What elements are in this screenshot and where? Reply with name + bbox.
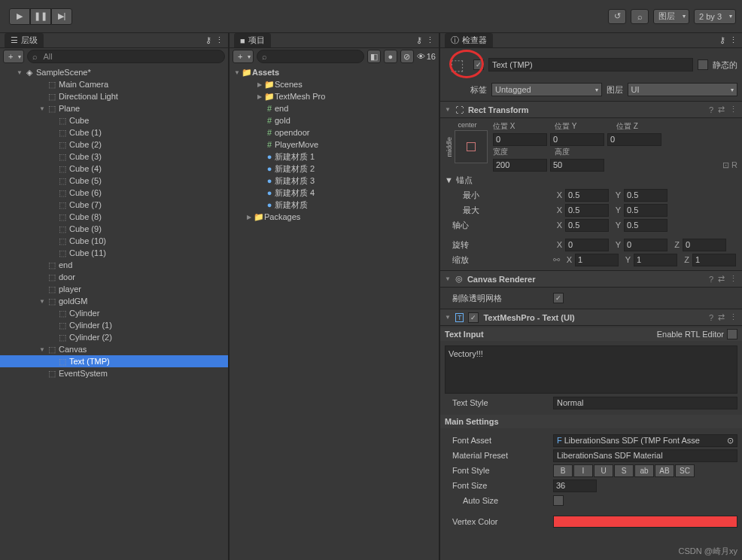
anchor-max-y[interactable] — [624, 204, 667, 217]
hierarchy-item[interactable]: ⬚Cube (1) — [0, 126, 228, 138]
fold-icon[interactable]: ▼ — [15, 69, 24, 76]
project-item[interactable]: #end — [230, 102, 439, 114]
vertex-color-swatch[interactable] — [553, 516, 737, 528]
hierarchy-item[interactable]: ⬚Cylinder (1) — [0, 319, 228, 331]
style-sc-button[interactable]: SC — [675, 464, 695, 477]
cull-checkbox[interactable]: ✓ — [553, 293, 564, 303]
lock-icon[interactable]: ⚷ — [205, 35, 211, 45]
pivot-y[interactable] — [624, 219, 667, 232]
project-item[interactable]: #gold — [230, 114, 439, 126]
style-ab-button[interactable]: ab — [634, 464, 654, 477]
layers-dropdown[interactable]: 图层 — [653, 9, 689, 24]
rot-y[interactable] — [624, 239, 667, 251]
link-icon[interactable]: ⚯ — [553, 255, 560, 265]
project-tab[interactable]: ■ 项目 — [234, 33, 271, 47]
pos-z-input[interactable] — [607, 133, 661, 146]
pivot-x[interactable] — [565, 219, 609, 232]
hierarchy-item[interactable]: ▼⬚Canvas — [0, 343, 228, 355]
menu-icon[interactable]: ⋮ — [729, 274, 737, 284]
hierarchy-item[interactable]: ⬚Text (TMP) — [0, 355, 228, 367]
help-icon[interactable]: ? — [709, 275, 713, 284]
auto-size-checkbox[interactable] — [553, 495, 564, 506]
create-dropdown[interactable]: + — [233, 50, 254, 63]
project-item[interactable]: ●新建材质 — [230, 199, 439, 211]
scale-x[interactable] — [575, 254, 619, 266]
fold-icon[interactable]: ▼ — [445, 106, 451, 113]
hierarchy-item[interactable]: ⬚Cube (8) — [0, 211, 228, 223]
filter-icon[interactable]: ◧ — [367, 50, 381, 63]
fold-icon[interactable]: ▼ — [445, 175, 453, 184]
hierarchy-search[interactable]: All — [27, 50, 225, 63]
style-u-button[interactable]: U — [594, 464, 613, 477]
hierarchy-item[interactable]: ⬚Cylinder (2) — [0, 331, 228, 343]
fold-icon[interactable]: ▶ — [255, 93, 264, 100]
fold-icon[interactable]: ▶ — [245, 214, 254, 221]
hierarchy-item[interactable]: ⬚Cube (10) — [0, 235, 228, 247]
active-checkbox[interactable]: ✓ — [473, 59, 484, 70]
fold-icon[interactable]: ▼ — [38, 105, 47, 112]
fold-icon[interactable]: ▼ — [445, 314, 451, 321]
anchor-max-x[interactable] — [565, 204, 609, 217]
project-item[interactable]: ●新建材质 2 — [230, 163, 439, 175]
project-search[interactable] — [257, 50, 363, 63]
static-checkbox[interactable] — [698, 59, 708, 70]
preset-icon[interactable]: ⇄ — [718, 312, 725, 322]
help-icon[interactable]: ? — [709, 105, 713, 114]
preset-icon[interactable]: ⇄ — [718, 274, 725, 284]
lock-icon[interactable]: ⚷ — [416, 35, 422, 45]
step-button[interactable]: ▶| — [51, 8, 72, 25]
gameobject-name-input[interactable] — [488, 58, 693, 72]
project-item[interactable]: ●新建材质 3 — [230, 175, 439, 187]
font-asset-field[interactable]: FLiberationSans SDF (TMP Font Asse⊙ — [553, 434, 737, 447]
hierarchy-item[interactable]: ⬚Cube (3) — [0, 151, 228, 163]
create-dropdown[interactable]: + — [3, 50, 24, 63]
project-item[interactable]: ▶📁TextMesh Pro — [230, 90, 439, 102]
anchor-preset-button[interactable] — [455, 130, 488, 163]
gameobject-icon[interactable]: ⬚ — [445, 53, 469, 77]
hierarchy-item[interactable]: ⬚end — [0, 259, 228, 271]
anchor-min-x[interactable] — [565, 189, 609, 202]
hierarchy-item[interactable]: ▼⬚goldGM — [0, 295, 228, 307]
hierarchy-item[interactable]: ⬚Cube — [0, 114, 228, 126]
tmp-enabled-checkbox[interactable]: ✓ — [468, 312, 479, 323]
layout-dropdown[interactable]: 2 by 3 — [694, 9, 736, 24]
search-button[interactable]: ⌕ — [631, 9, 649, 24]
rtl-checkbox[interactable] — [727, 329, 737, 339]
anchor-min-y[interactable] — [624, 189, 667, 202]
style-s-button[interactable]: S — [614, 464, 634, 477]
font-size-input[interactable] — [553, 479, 597, 492]
hierarchy-item[interactable]: ▼⬚Plane — [0, 102, 228, 114]
fold-icon[interactable]: ▶ — [255, 81, 264, 88]
hierarchy-item[interactable]: ⬚Cube (2) — [0, 138, 228, 151]
hierarchy-item[interactable]: ⬚EventSystem — [0, 367, 228, 379]
pos-x-input[interactable] — [493, 133, 547, 146]
lock-icon[interactable]: ⚷ — [719, 35, 725, 45]
panel-menu-icon[interactable]: ⋮ — [729, 35, 737, 45]
project-item[interactable]: ●新建材质 4 — [230, 187, 439, 199]
assets-folder[interactable]: ▼ 📁 Assets — [230, 66, 439, 78]
hierarchy-item[interactable]: ⬚Cube (4) — [0, 163, 228, 175]
rot-z[interactable] — [683, 239, 726, 251]
hierarchy-item[interactable]: ⬚Cube (7) — [0, 199, 228, 211]
tag-dropdown[interactable]: Untagged — [491, 83, 602, 96]
project-item[interactable]: ▶📁Scenes — [230, 78, 439, 90]
text-style-dropdown[interactable]: Normal — [553, 397, 737, 409]
blueprint-icon[interactable]: ⊡ R — [722, 160, 737, 170]
project-item[interactable]: ▶📁Packages — [230, 211, 439, 223]
panel-menu-icon[interactable]: ⋮ — [215, 35, 224, 45]
hierarchy-item[interactable]: ⬚Main Camera — [0, 78, 228, 90]
hierarchy-item[interactable]: ⬚Cube (6) — [0, 187, 228, 199]
hidden-icon[interactable]: ⊘ — [400, 50, 414, 63]
fold-icon[interactable]: ▼ — [233, 69, 242, 76]
scale-y[interactable] — [634, 254, 677, 266]
fold-icon[interactable]: ▼ — [38, 346, 47, 353]
panel-menu-icon[interactable]: ⋮ — [426, 35, 434, 45]
hierarchy-tab[interactable]: ☰ 层级 — [5, 33, 44, 47]
height-input[interactable] — [550, 159, 604, 172]
pause-button[interactable]: ❚❚ — [30, 8, 51, 25]
preset-icon[interactable]: ⇄ — [718, 105, 725, 114]
style-b-button[interactable]: B — [553, 464, 573, 477]
inspector-tab[interactable]: ⓘ 检查器 — [445, 33, 493, 47]
scale-z[interactable] — [692, 254, 736, 266]
menu-icon[interactable]: ⋮ — [729, 105, 737, 114]
